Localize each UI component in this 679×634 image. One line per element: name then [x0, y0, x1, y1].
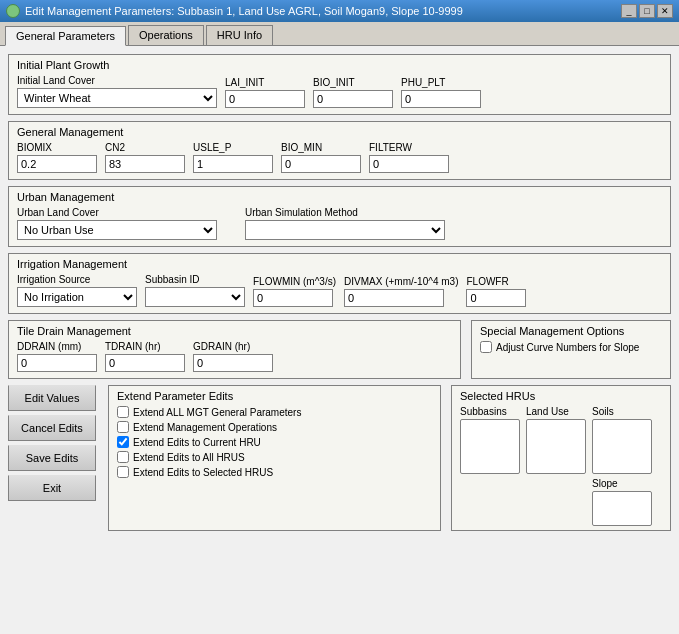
special-management-section: Special Management Options Adjust Curve … — [471, 320, 671, 379]
adjust-curve-numbers-label: Adjust Curve Numbers for Slope — [496, 342, 639, 353]
land-use-list[interactable] — [526, 419, 586, 474]
extend-all-mgt-row: Extend ALL MGT General Parameters — [117, 406, 432, 418]
save-edits-button[interactable]: Save Edits — [8, 445, 96, 471]
tdrain-input[interactable] — [105, 354, 185, 372]
general-management-section: General Management BIOMIX CN2 USLE_P BIO… — [8, 121, 671, 180]
usle-p-label: USLE_P — [193, 142, 273, 153]
subbasin-id-label: Subbasin ID — [145, 274, 245, 285]
extend-edits-current-hru-row: Extend Edits to Current HRU — [117, 436, 432, 448]
extend-edits-selected-hrus-row: Extend Edits to Selected HRUS — [117, 466, 432, 478]
bio-init-input[interactable] — [313, 90, 393, 108]
filterw-input[interactable] — [369, 155, 449, 173]
extend-edits-current-hru-checkbox[interactable] — [117, 436, 129, 448]
urban-land-cover-select[interactable]: No Urban Use — [17, 220, 217, 240]
special-management-title: Special Management Options — [480, 325, 662, 337]
title-bar: Edit Management Parameters: Subbasin 1, … — [0, 0, 679, 22]
divmax-input[interactable] — [344, 289, 444, 307]
bio-min-input[interactable] — [281, 155, 361, 173]
irrigation-management-title: Irrigation Management — [17, 258, 662, 270]
extend-edits-all-hrus-label: Extend Edits to All HRUS — [133, 452, 245, 463]
bio-min-label: BIO_MIN — [281, 142, 361, 153]
irrigation-source-label: Irrigation Source — [17, 274, 137, 285]
initial-plant-growth-title: Initial Plant Growth — [17, 59, 662, 71]
extend-management-ops-checkbox[interactable] — [117, 421, 129, 433]
main-content: Initial Plant Growth Initial Land Cover … — [0, 46, 679, 630]
extend-edits-all-hrus-row: Extend Edits to All HRUS — [117, 451, 432, 463]
extend-management-ops-label: Extend Management Operations — [133, 422, 277, 433]
irrigation-management-section: Irrigation Management Irrigation Source … — [8, 253, 671, 314]
extend-edits-current-hru-label: Extend Edits to Current HRU — [133, 437, 261, 448]
tab-operations[interactable]: Operations — [128, 25, 204, 45]
cn2-input[interactable] — [105, 155, 185, 173]
extend-management-ops-row: Extend Management Operations — [117, 421, 432, 433]
tab-bar: General Parameters Operations HRU Info — [0, 22, 679, 46]
minimize-button[interactable]: _ — [621, 4, 637, 18]
extend-all-mgt-checkbox[interactable] — [117, 406, 129, 418]
subbasins-label: Subbasins — [460, 406, 520, 417]
initial-land-cover-select[interactable]: Winter Wheat — [17, 88, 217, 108]
close-button[interactable]: ✕ — [657, 4, 673, 18]
urban-land-cover-label: Urban Land Cover — [17, 207, 217, 218]
tab-general-parameters[interactable]: General Parameters — [5, 26, 126, 46]
subbasin-id-select[interactable] — [145, 287, 245, 307]
subbasins-list[interactable] — [460, 419, 520, 474]
exit-button[interactable]: Exit — [8, 475, 96, 501]
flowmin-label: FLOWMIN (m^3/s) — [253, 276, 336, 287]
initial-land-cover-label: Initial Land Cover — [17, 75, 217, 86]
slope-list[interactable] — [592, 491, 652, 526]
extend-edits-all-hrus-checkbox[interactable] — [117, 451, 129, 463]
gdrain-input[interactable] — [193, 354, 273, 372]
initial-plant-growth-section: Initial Plant Growth Initial Land Cover … — [8, 54, 671, 115]
tile-drain-section: Tile Drain Management DDRAIN (mm) TDRAIN… — [8, 320, 461, 379]
maximize-button[interactable]: □ — [639, 4, 655, 18]
biomix-input[interactable] — [17, 155, 97, 173]
ddrain-input[interactable] — [17, 354, 97, 372]
cancel-edits-button[interactable]: Cancel Edits — [8, 415, 96, 441]
tdrain-label: TDRAIN (hr) — [105, 341, 185, 352]
divmax-label: DIVMAX (+mm/-10^4 m3) — [344, 276, 458, 287]
adjust-curve-numbers-checkbox[interactable] — [480, 341, 492, 353]
land-use-label: Land Use — [526, 406, 586, 417]
soils-label: Soils — [592, 406, 652, 417]
extend-title: Extend Parameter Edits — [117, 390, 432, 402]
selected-hrus-title: Selected HRUs — [460, 390, 662, 402]
urban-management-section: Urban Management Urban Land Cover No Urb… — [8, 186, 671, 247]
biomix-label: BIOMIX — [17, 142, 97, 153]
cn2-label: CN2 — [105, 142, 185, 153]
selected-hrus-section: Selected HRUs Subbasins Land Use Soils — [451, 385, 671, 531]
flowfr-label: FLOWFR — [466, 276, 526, 287]
irrigation-source-select[interactable]: No Irrigation — [17, 287, 137, 307]
phu-plt-input[interactable] — [401, 90, 481, 108]
usle-p-input[interactable] — [193, 155, 273, 173]
bio-init-label: BIO_INIT — [313, 77, 393, 88]
urban-sim-method-label: Urban Simulation Method — [245, 207, 445, 218]
flowfr-input[interactable] — [466, 289, 526, 307]
flowmin-input[interactable] — [253, 289, 333, 307]
soils-list[interactable] — [592, 419, 652, 474]
general-management-title: General Management — [17, 126, 662, 138]
ddrain-label: DDRAIN (mm) — [17, 341, 97, 352]
tab-hru-info[interactable]: HRU Info — [206, 25, 273, 45]
lai-init-input[interactable] — [225, 90, 305, 108]
action-buttons: Edit Values Cancel Edits Save Edits Exit — [8, 385, 98, 531]
edit-values-button[interactable]: Edit Values — [8, 385, 96, 411]
phu-plt-label: PHU_PLT — [401, 77, 481, 88]
urban-sim-method-select[interactable] — [245, 220, 445, 240]
bottom-section: Edit Values Cancel Edits Save Edits Exit… — [8, 385, 671, 531]
filterw-label: FILTERW — [369, 142, 449, 153]
app-icon — [6, 4, 20, 18]
extend-all-mgt-label: Extend ALL MGT General Parameters — [133, 407, 301, 418]
extend-edits-selected-hrus-checkbox[interactable] — [117, 466, 129, 478]
lai-init-label: LAI_INIT — [225, 77, 305, 88]
urban-management-title: Urban Management — [17, 191, 662, 203]
tile-drain-title: Tile Drain Management — [17, 325, 452, 337]
extend-edits-selected-hrus-label: Extend Edits to Selected HRUS — [133, 467, 273, 478]
title-text: Edit Management Parameters: Subbasin 1, … — [25, 5, 463, 17]
extend-parameter-edits-section: Extend Parameter Edits Extend ALL MGT Ge… — [108, 385, 441, 531]
gdrain-label: GDRAIN (hr) — [193, 341, 273, 352]
slope-label: Slope — [592, 478, 652, 489]
